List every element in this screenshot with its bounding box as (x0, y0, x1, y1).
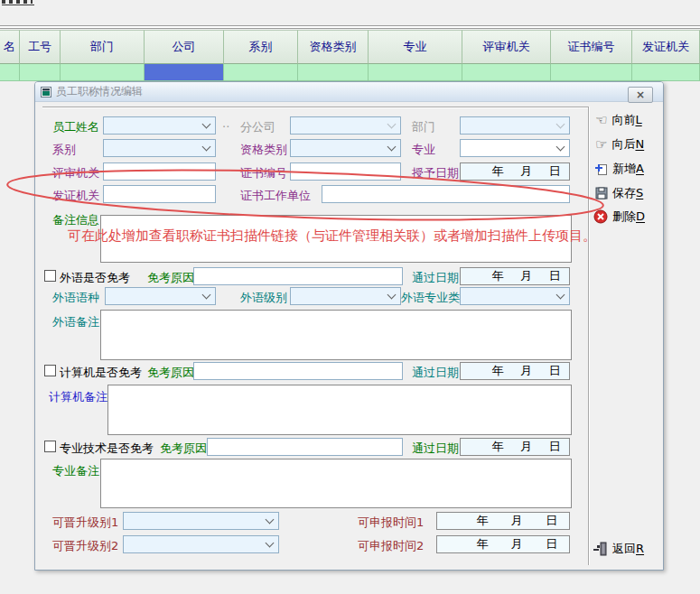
date-month-label: 月 (512, 268, 541, 284)
previous-button[interactable]: ☜ 向前L (595, 112, 642, 128)
grid-cell[interactable] (224, 64, 298, 81)
label-cert-work-unit: 证书工作单位 (240, 188, 311, 204)
foreign-language-combobox[interactable] (105, 287, 216, 305)
delete-hotkey: D (636, 209, 645, 223)
grid-header-qualtype[interactable]: 资格类别 (298, 30, 369, 64)
grid-header-certno[interactable]: 证书编号 (551, 30, 632, 64)
grid-data-row[interactable] (0, 64, 700, 81)
save-button[interactable]: 保存S (595, 185, 643, 201)
delete-button-label: 删除 (612, 209, 636, 223)
grid-cell[interactable] (462, 64, 551, 81)
foreign-remark-textarea[interactable] (100, 310, 572, 360)
foreign-major-class-combobox[interactable] (460, 287, 570, 305)
close-icon[interactable]: × (628, 87, 653, 103)
issue-org-input[interactable] (103, 185, 216, 203)
date-day-label: 日 (535, 513, 569, 529)
delete-icon (593, 209, 608, 224)
grid-cell-selected[interactable] (145, 64, 224, 81)
date-day-label: 日 (540, 163, 569, 180)
dialog-titlebar[interactable]: 员工职称情况编辑 (35, 82, 663, 102)
back-hotkey: R (636, 542, 644, 555)
cert-no-input[interactable] (290, 162, 401, 181)
review-org-input[interactable] (103, 162, 216, 181)
chevron-down-icon (556, 143, 565, 152)
exempt-reason-tech-input[interactable] (207, 438, 403, 456)
grid-header-name[interactable]: 名 (0, 30, 20, 64)
delete-button[interactable]: 删除D (593, 209, 645, 225)
computer-exempt-checkbox[interactable] (44, 365, 56, 376)
cert-work-unit-input[interactable] (322, 185, 570, 203)
hand-left-icon: ☜ (595, 114, 607, 127)
date-day-label: 日 (535, 536, 569, 552)
label-major-remark: 专业备注 (52, 463, 99, 479)
date-month-label: 月 (512, 163, 541, 180)
major-remark-textarea[interactable] (100, 459, 572, 508)
qualification-type-combobox[interactable] (290, 139, 401, 157)
next-button[interactable]: ☞ 向后N (595, 136, 644, 153)
label-promote-level-1: 可晋升级别1 (52, 515, 118, 531)
date-year-label: 年 (483, 268, 512, 284)
grid-header-major[interactable]: 专业 (369, 30, 462, 64)
grid-cell[interactable] (632, 64, 700, 81)
chevron-down-icon (556, 120, 565, 129)
label-foreign-remark: 外语备注 (52, 314, 99, 330)
button-panel-divider (588, 107, 589, 565)
form-top-divider (42, 107, 588, 107)
computer-remark-textarea[interactable] (107, 385, 572, 435)
label-branch-company: 分公司 (240, 119, 275, 135)
grid-cell[interactable] (20, 64, 61, 81)
major-combobox[interactable] (460, 139, 570, 157)
app-background: 名 工号 部门 公司 系别 资格类别 专业 评审机关 证书编号 发证机关 (0, 0, 700, 594)
apply-time-2-field[interactable]: 年月日 (436, 535, 570, 553)
employee-name-combobox[interactable] (103, 116, 216, 135)
series-combobox[interactable] (103, 139, 216, 157)
grid-header-company[interactable]: 公司 (145, 30, 224, 64)
back-button[interactable]: 返回R (593, 541, 644, 557)
save-button-label: 保存 (612, 186, 636, 200)
pass-date-tech-field[interactable]: 年月日 (460, 438, 570, 456)
date-year-label: 年 (465, 536, 499, 552)
grid-cell[interactable] (0, 64, 20, 81)
grid-cell[interactable] (369, 64, 462, 81)
promote-level-1-combobox[interactable] (123, 512, 279, 530)
next-hotkey: N (635, 137, 644, 151)
chevron-down-icon (266, 515, 275, 524)
grid-cell[interactable] (551, 64, 632, 81)
label-pass-date-tech: 通过日期 (412, 441, 459, 457)
label-apply-time-1: 可申报时间1 (358, 515, 424, 531)
dialog-employee-title-edit: 员工职称情况编辑 × 员工姓名 .. 分公司 部门 系别 资格类别 专业 评审机… (34, 81, 664, 571)
grid-header-revieworg[interactable]: 评审机关 (462, 30, 551, 64)
exempt-reason-fl-input[interactable] (193, 267, 403, 285)
grid-header-row: 名 工号 部门 公司 系别 资格类别 专业 评审机关 证书编号 发证机关 (0, 30, 700, 64)
award-date-field[interactable]: 年月日 (460, 162, 570, 181)
foreign-level-combobox[interactable] (290, 287, 401, 305)
chevron-down-icon (266, 539, 275, 548)
label-cert-no: 证书编号 (240, 165, 287, 181)
date-year-label: 年 (483, 439, 512, 455)
window-icon (41, 87, 51, 97)
pass-date-fl-field[interactable]: 年月日 (460, 267, 570, 285)
grid-header-issueorg[interactable]: 发证机关 (632, 30, 700, 64)
label-remark-info: 备注信息 (52, 212, 99, 228)
chevron-down-icon (202, 120, 211, 129)
exempt-reason-pc-input[interactable] (193, 362, 403, 380)
chevron-down-icon (387, 143, 397, 152)
add-button[interactable]: 新增A (595, 161, 644, 177)
employee-title-grid: 名 工号 部门 公司 系别 资格类别 专业 评审机关 证书编号 发证机关 (0, 30, 700, 81)
clipped-text-fragment (2, 0, 36, 5)
foreign-language-exempt-checkbox[interactable] (44, 270, 56, 282)
label-pass-date-pc: 通过日期 (412, 365, 459, 381)
grid-cell[interactable] (61, 64, 145, 81)
grid-header-series[interactable]: 系别 (224, 30, 298, 64)
promote-level-2-combobox[interactable] (123, 535, 279, 553)
pass-date-pc-field[interactable]: 年月日 (460, 362, 570, 380)
date-year-label: 年 (483, 163, 512, 180)
add-button-label: 新增 (612, 162, 636, 175)
technical-exempt-checkbox[interactable] (44, 441, 56, 452)
label-exempt-reason-pc: 免考原因 (147, 365, 194, 381)
grid-header-dept[interactable]: 部门 (61, 30, 145, 64)
label-foreign-major-class: 外语专业类 (401, 290, 460, 306)
grid-header-empno[interactable]: 工号 (20, 30, 61, 64)
grid-cell[interactable] (298, 64, 369, 81)
apply-time-1-field[interactable]: 年月日 (436, 512, 570, 530)
